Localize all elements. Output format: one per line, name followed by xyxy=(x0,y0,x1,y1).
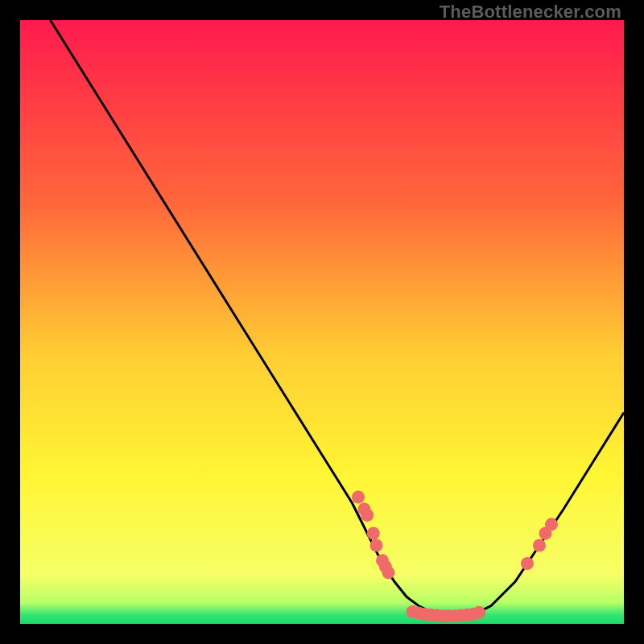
marker-dot xyxy=(361,509,374,522)
chart-frame xyxy=(20,20,624,624)
marker-dot xyxy=(473,606,485,619)
marker-dot xyxy=(545,518,558,530)
marker-dot xyxy=(521,557,534,570)
gradient-background xyxy=(20,20,624,624)
marker-dot xyxy=(382,566,395,579)
marker-dot xyxy=(370,539,383,552)
marker-dot xyxy=(352,491,365,504)
bottleneck-chart xyxy=(20,20,624,624)
marker-dot xyxy=(367,527,380,540)
marker-dot xyxy=(533,539,546,552)
